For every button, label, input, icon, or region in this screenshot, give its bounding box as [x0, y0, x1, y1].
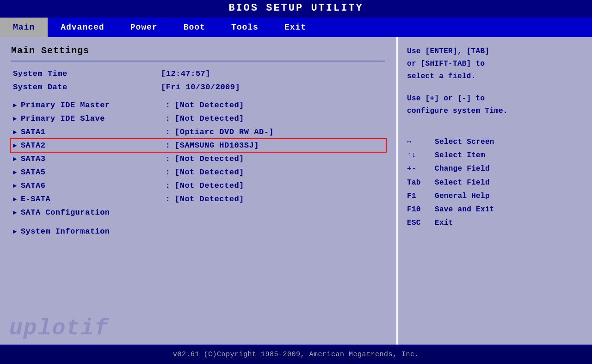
sata2-value: [SAMSUNG HD103SJ] [175, 141, 383, 150]
arrow-icon: ► [13, 182, 17, 190]
system-date-row[interactable]: System Date [Fri 10/30/2009] [11, 81, 385, 93]
primary-ide-slave-label: ► Primary IDE Slave [13, 114, 161, 123]
help-line-4: Use [+] or [-] to [407, 93, 583, 105]
primary-ide-master-value: [Not Detected] [175, 101, 383, 110]
esata-label: ► E-SATA [13, 195, 161, 204]
keybind-select-field: Tab Select Field [407, 177, 583, 189]
arrow-icon: ► [13, 155, 17, 163]
primary-ide-slave-row[interactable]: ► Primary IDE Slave : [Not Detected] [11, 113, 385, 124]
system-date-value: [Fri 10/30/2009] [161, 83, 383, 92]
menu-item-main[interactable]: Main [0, 18, 48, 37]
sata1-value: [Optiarc DVD RW AD-] [175, 128, 383, 136]
desc-select-screen: Select Screen [435, 136, 583, 148]
left-panel: Main Settings System Time [12:47:57] Sys… [0, 37, 398, 345]
key-f10: F10 [407, 204, 435, 216]
help-line-3: select a field. [407, 70, 583, 83]
arrow-icon: ► [13, 102, 17, 109]
menu-item-advanced[interactable]: Advanced [48, 18, 117, 37]
arrow-icon: ► [13, 228, 17, 235]
sata3-row[interactable]: ► SATA3 : [Not Detected] [11, 153, 385, 165]
keybind-exit: ESC Exit [407, 217, 583, 229]
divider-top [11, 61, 385, 62]
sata-config-row[interactable]: ► SATA Configuration [11, 207, 385, 218]
key-esc: ESC [407, 217, 435, 229]
arrow-icon: ► [13, 196, 17, 203]
system-time-value: [12:47:57] [161, 69, 383, 78]
menu-item-exit[interactable]: Exit [271, 18, 319, 37]
desc-select-field: Select Field [435, 177, 583, 189]
key-arrows-lr: ↔ [407, 136, 435, 148]
esata-row[interactable]: ► E-SATA : [Not Detected] [11, 193, 385, 205]
bios-title: BIOS SETUP UTILITY [0, 0, 592, 18]
arrow-icon: ► [13, 209, 17, 216]
primary-ide-slave-value: [Not Detected] [175, 114, 383, 123]
system-info-row[interactable]: ► System Information [11, 226, 385, 237]
help-line-5: configure system Time. [407, 105, 583, 117]
sata6-value: [Not Detected] [175, 181, 383, 190]
desc-save-exit: Save and Exit [435, 204, 583, 216]
keybind-save-exit: F10 Save and Exit [407, 204, 583, 216]
sata5-row[interactable]: ► SATA5 : [Not Detected] [11, 167, 385, 178]
content-area: Main Settings System Time [12:47:57] Sys… [0, 37, 592, 345]
key-f1: F1 [407, 190, 435, 203]
keybind-change-field: +- Change Field [407, 163, 583, 175]
title-text: BIOS SETUP UTILITY [228, 2, 364, 14]
menu-item-power[interactable]: Power [117, 18, 171, 37]
keybind-general-help: F1 General Help [407, 190, 583, 203]
keybind-select-screen: ↔ Select Screen [407, 136, 583, 148]
sata6-row[interactable]: ► SATA6 : [Not Detected] [11, 180, 385, 191]
footer-text: v02.61 (C)Copyright 1985-2009, American … [173, 351, 419, 358]
system-info-label: ► System Information [13, 227, 161, 236]
system-time-label: System Time [13, 69, 161, 78]
keybind-table: ↔ Select Screen ↑↓ Select Item +- Change… [407, 136, 583, 229]
desc-exit: Exit [435, 217, 583, 229]
esata-value: [Not Detected] [175, 195, 383, 204]
system-date-label: System Date [13, 83, 161, 92]
sata-config-label: ► SATA Configuration [13, 208, 161, 217]
sata1-row[interactable]: ► SATA1 : [Optiarc DVD RW AD-] [11, 126, 385, 138]
arrow-icon: ► [13, 169, 17, 176]
right-panel: Use [ENTER], [TAB] or [SHIFT-TAB] to sel… [398, 37, 592, 345]
primary-ide-master-label: ► Primary IDE Master [13, 101, 161, 110]
key-plusminus: +- [407, 163, 435, 175]
sata1-label: ► SATA1 [13, 128, 161, 136]
main-settings-heading: Main Settings [11, 45, 385, 56]
arrow-icon: ► [13, 129, 17, 136]
key-arrows-ud: ↑↓ [407, 149, 435, 162]
arrow-icon: ► [13, 142, 17, 149]
arrow-icon: ► [13, 115, 17, 123]
desc-change-field: Change Field [435, 163, 583, 175]
help-line-2: or [SHIFT-TAB] to [407, 58, 583, 70]
system-time-row[interactable]: System Time [12:47:57] [11, 68, 385, 80]
menu-item-boot[interactable]: Boot [171, 18, 218, 37]
desc-general-help: General Help [435, 190, 583, 203]
sata3-label: ► SATA3 [13, 154, 161, 163]
sata3-value: [Not Detected] [175, 154, 383, 163]
key-tab: Tab [407, 177, 435, 189]
help-spacer [407, 83, 583, 93]
help-text: Use [ENTER], [TAB] or [SHIFT-TAB] to sel… [407, 45, 583, 117]
sata2-row[interactable]: ► SATA2 : [SAMSUNG HD103SJ] [11, 140, 385, 151]
spacer1 [11, 95, 385, 99]
sata5-value: [Not Detected] [175, 168, 383, 177]
desc-select-item: Select Item [435, 149, 583, 162]
footer: v02.61 (C)Copyright 1985-2009, American … [0, 346, 592, 364]
spacer2 [11, 220, 385, 226]
menu-item-tools[interactable]: Tools [218, 18, 271, 37]
help-line-1: Use [ENTER], [TAB] [407, 45, 583, 58]
sata2-label: ► SATA2 [13, 141, 161, 150]
sata5-label: ► SATA5 [13, 168, 161, 177]
keybind-select-item: ↑↓ Select Item [407, 149, 583, 162]
sata6-label: ► SATA6 [13, 181, 161, 190]
primary-ide-master-row[interactable]: ► Primary IDE Master : [Not Detected] [11, 99, 385, 111]
menu-bar: Main Advanced Power Boot Tools Exit [0, 18, 592, 37]
